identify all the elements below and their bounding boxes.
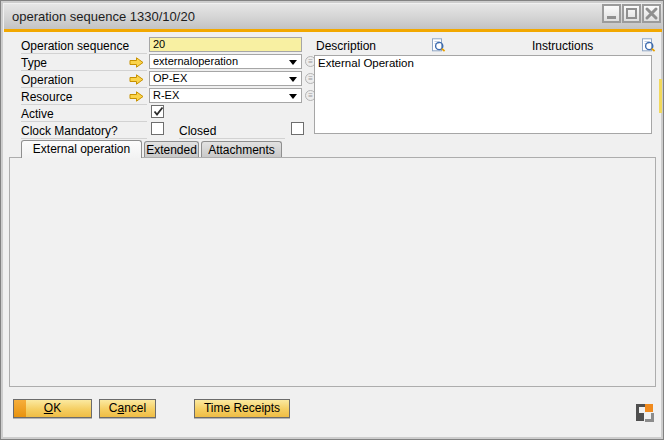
maximize-button[interactable]	[622, 4, 641, 23]
minimize-button[interactable]	[602, 4, 621, 23]
instructions-edit-icon[interactable]	[641, 38, 656, 52]
tab-extended[interactable]: Extended	[144, 141, 199, 158]
active-checkbox[interactable]	[151, 105, 164, 118]
grip-square-dark	[636, 413, 644, 421]
minimize-icon	[604, 6, 619, 21]
type-link-arrow-icon[interactable]	[129, 57, 144, 68]
grip-square-orange	[645, 404, 653, 412]
type-dropdown[interactable]: externaloperation	[149, 54, 302, 69]
chevron-down-icon	[289, 60, 297, 65]
active-label: Active	[21, 107, 147, 122]
description-textarea[interactable]: External Operation	[314, 55, 652, 134]
accent-line	[4, 29, 662, 32]
closed-label: Closed	[179, 124, 285, 139]
closed-checkbox[interactable]	[291, 122, 304, 135]
resource-dropdown[interactable]: R-EX	[149, 88, 302, 103]
description-edit-icon[interactable]	[431, 38, 446, 52]
operation-link-arrow-icon[interactable]	[129, 74, 144, 85]
maximize-icon	[624, 6, 639, 21]
grip-corner-br	[645, 413, 654, 422]
close-button[interactable]	[642, 4, 661, 23]
clock-mandatory-checkbox[interactable]	[151, 122, 164, 135]
tab-external-operation[interactable]: External operation	[21, 140, 142, 158]
resource-value: R-EX	[153, 89, 179, 101]
grip-corner-tl	[636, 404, 645, 413]
external-operation-tab-panel	[9, 157, 656, 387]
operation-sequence-window: operation sequence 1330/10/20 Operation …	[0, 0, 664, 440]
checkmark-icon	[152, 105, 165, 118]
description-label: Description	[316, 39, 406, 54]
cancel-label: Cancel	[109, 401, 146, 415]
resource-link-arrow-icon[interactable]	[129, 91, 144, 102]
instructions-label: Instructions	[532, 39, 622, 54]
ok-button[interactable]: OK	[13, 399, 92, 418]
default-button-strip	[14, 400, 26, 417]
tab-attachments[interactable]: Attachments	[201, 141, 282, 158]
chevron-down-icon	[289, 77, 297, 82]
clock-mandatory-label: Clock Mandatory?	[21, 124, 147, 139]
window-title: operation sequence 1330/10/20	[4, 9, 195, 24]
operation-sequence-input[interactable]: 20	[149, 37, 302, 52]
form-settings-grip-icon[interactable]	[636, 404, 654, 422]
chevron-down-icon	[289, 94, 297, 99]
cancel-button[interactable]: Cancel	[99, 399, 156, 418]
ok-label: OK	[44, 401, 61, 415]
type-value: externaloperation	[153, 55, 238, 67]
operation-value: OP-EX	[153, 72, 187, 84]
titlebar[interactable]: operation sequence 1330/10/20	[4, 4, 662, 29]
operation-dropdown[interactable]: OP-EX	[149, 71, 302, 86]
close-icon	[644, 6, 659, 21]
time-receipts-button[interactable]: Time Receipts	[194, 399, 290, 418]
operation-sequence-label: Operation sequence	[21, 39, 147, 54]
right-border-marker	[659, 79, 662, 113]
